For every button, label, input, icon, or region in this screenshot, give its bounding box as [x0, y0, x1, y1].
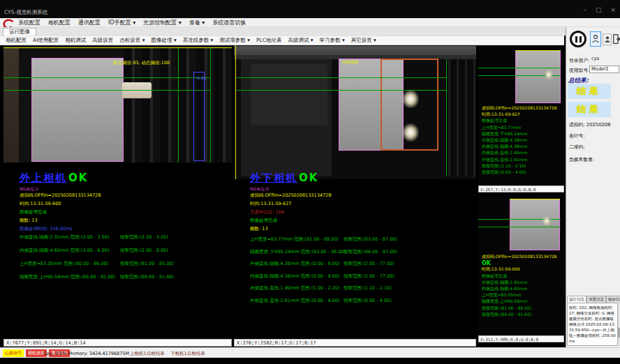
- log-tab-2[interactable]: 错误日志: [606, 296, 620, 303]
- close-icon[interactable]: ×: [610, 6, 616, 13]
- menu-item-5[interactable]: 查看 ▾: [189, 19, 205, 26]
- tab-strip: 运行图像: [0, 27, 620, 36]
- app-window: CYS-视觉检测系统 – □ × 系统配置相机配置通讯配置IO手配置 ▾光源控制…: [0, 0, 620, 364]
- middle-process-done: 图像处理完成: [250, 218, 277, 224]
- result-line: 外侧直线-隔圈:4.38mm: [482, 137, 527, 144]
- middle-turn-count: 圈数: 13: [250, 226, 268, 232]
- overlay-left-line: [235, 45, 236, 179]
- measure-line: [478, 68, 561, 68]
- pause-button[interactable]: [570, 31, 586, 47]
- threshold-overlay: 静态阈值:93, 动态阈值:100: [113, 60, 170, 66]
- result-line: 内侧直线-隔圈:4.38mm: [482, 144, 527, 150]
- middle-camera-result-title: 外下相机OK: [250, 172, 318, 185]
- measurement-row: 外侧直线-隔圈:2.91mm 范围:(2.00 - 3.50)报警范围:(2.2…: [20, 234, 109, 241]
- result-indicator-1: 结果: [568, 84, 611, 99]
- log-tab-1[interactable]: 设置日志: [586, 296, 606, 303]
- left-virtual-code: 虚拟码:OFflin=2025020813313472B: [20, 192, 101, 199]
- measure-line: [478, 227, 561, 227]
- left-turn-count: 圈数: 13: [20, 218, 38, 224]
- bright-spot: [402, 90, 419, 108]
- toolbar-item-5[interactable]: 图像处理 ▾: [152, 37, 177, 44]
- maximize-icon[interactable]: □: [596, 6, 602, 13]
- result-line: 隔圈宽度-下H95.24mm: [482, 131, 528, 137]
- measurement-row: 内侧直线-直线:1.90mm 范围:(1.00 - 2.20)报警范围:(1.1…: [250, 285, 339, 291]
- toolbar-item-2[interactable]: 相机调试: [65, 37, 86, 44]
- window-title: CYS-视觉检测系统: [4, 9, 47, 16]
- ai-box-label: AI检测框: [342, 59, 359, 66]
- user-icon: [591, 33, 600, 45]
- measure-line: [446, 59, 447, 176]
- qr-code-label: 二维码:: [569, 144, 585, 151]
- left-coords-bar: X:7677;Y:891;R:14;G:14;B:14: [3, 339, 232, 347]
- menu-item-4[interactable]: 光源控制配置 ▾: [143, 19, 182, 26]
- virtual-code-value: 虚拟码: 20250208: [569, 121, 610, 128]
- measure-line: [178, 48, 179, 162]
- menu-item-1[interactable]: 相机配置: [48, 19, 71, 26]
- user-switch-button[interactable]: [603, 33, 612, 45]
- result-indicator-2: 结果: [568, 102, 611, 117]
- right-bottom-coords-bar: X:311;Y:980;R:0;G:0;B:0: [478, 335, 564, 342]
- title-bar: CYS-视觉检测系统 – □ ×: [0, 0, 620, 18]
- menu-item-0[interactable]: 系统配置: [18, 19, 40, 26]
- left-process-done: 图像处理完成: [20, 209, 47, 215]
- measurement-row: 内侧直线-隔圈:4.60mm 范围:(3.00 - 6.00)报警范围:(2.0…: [20, 248, 109, 254]
- middle-ng-point: NG点位:0: [250, 186, 269, 192]
- middle-virtual-code: 虚拟码:OFflin=2025020813313472B: [250, 192, 332, 199]
- exit-button[interactable]: [613, 31, 620, 47]
- toolbar-item-7[interactable]: 测试项参数 ▾: [219, 37, 250, 44]
- right-top-coords-bar: X:267;Y:13;R:0;G:0;B:0: [478, 185, 564, 192]
- toolbar-item-9[interactable]: 高级调试 ▾: [288, 37, 313, 44]
- status-badge-0: 心跳信号: [3, 349, 24, 357]
- user-filled-icon: [604, 35, 611, 44]
- result-line: 虚拟码:OFflin=2025020813313472B: [482, 105, 557, 112]
- model-label: 使用型号:: [569, 67, 589, 74]
- measure-line: [237, 77, 446, 78]
- left-time: 时间:13-31-59-600: [20, 201, 61, 207]
- login-user-label: 登录用户:: [569, 57, 589, 64]
- middle-time: 时间:13-31-59-627: [250, 201, 291, 207]
- roi-box-blue: [193, 72, 205, 161]
- left-ng-point: NG点位:1: [20, 186, 38, 192]
- pin-number-label: 卷针号:: [569, 132, 585, 139]
- measurement-row: 内侧直线-隔圈:4.38mm 范围:(0.00 - 9.00)报警范围:(2.0…: [250, 273, 339, 280]
- upper-camera-check-link[interactable]: 上相机1点检结果: [130, 351, 165, 357]
- model-select[interactable]: Model1: [589, 66, 619, 73]
- login-user-button[interactable]: [590, 31, 601, 47]
- toolbar-item-8[interactable]: PLC地址表: [256, 37, 281, 44]
- overlay-line: [515, 50, 561, 51]
- toolbar-item-3[interactable]: 高级设置: [92, 37, 113, 44]
- lower-camera-check-link[interactable]: 下相机1点检结果: [170, 351, 205, 357]
- result-line: 报警范围:(81.00 - 85.00): [482, 305, 531, 312]
- result-line: 图像处理完成: [482, 118, 507, 124]
- left-process-time: 图像处理时间: 256.00ms: [20, 226, 73, 232]
- toolbar-item-10[interactable]: 学习参数 ▾: [320, 37, 345, 44]
- toolbar-item-6[interactable]: 基准线参数 ▾: [183, 37, 214, 44]
- result-line: 内侧直线-直线:1.90mm: [482, 150, 527, 156]
- toolbar-item-4[interactable]: 点检设置 ▾: [119, 37, 145, 44]
- result-line: 时间:13-31-59-600: [482, 266, 520, 273]
- toolbar-item-1[interactable]: AI使用配置: [33, 37, 59, 44]
- bright-spot: [542, 216, 551, 226]
- minimize-icon[interactable]: –: [583, 6, 586, 13]
- measurement-row: 上H宽度=83.05mm 范围:(80.00 - 86.00)报警范围:(81.…: [20, 261, 108, 267]
- tab-run-image[interactable]: 运行图像: [3, 28, 36, 36]
- toolbar-item-0[interactable]: 相机配置: [6, 37, 27, 44]
- result-line: 上H宽度=83.77mm: [482, 125, 521, 131]
- toolbar: 相机配置AI使用配置相机调试高级设置点检设置 ▾图像处理 ▾基准线参数 ▾测试项…: [0, 36, 564, 45]
- menu-item-3[interactable]: IO手配置 ▾: [108, 19, 135, 26]
- log-tab-0[interactable]: 运行日志: [567, 296, 586, 303]
- result-line: 上H宽度=83.05mm: [482, 292, 521, 298]
- bright-spot: [402, 123, 419, 142]
- menu-item-2[interactable]: 通讯配置: [78, 19, 101, 26]
- menu-item-6[interactable]: 系统语言切换: [212, 19, 246, 26]
- menu-bar: 系统配置相机配置通讯配置IO手配置 ▾光源控制配置 ▾查看 ▾系统语言切换: [0, 18, 620, 27]
- log-tab-strip: 运行日志设置日志错误日志: [567, 296, 620, 303]
- inspected-part: [515, 50, 561, 103]
- status-bar: 心跳信号相机连接通讯连接 Cpu: 0.0% Memory: 3424.4179…: [0, 347, 620, 358]
- negative-tab-count-label: 负极耳数量:: [569, 156, 594, 163]
- measurement-row: 外侧直线-直线:2.61mm 范围:(0.60 - 4.00)报警范围:(0.6…: [250, 298, 339, 304]
- scene-machinery: [251, 63, 327, 125]
- toolbar-item-11[interactable]: 其它设置 ▾: [351, 37, 376, 44]
- log-text-area: 耗时: 222, 网络检测耗时: 17, 网络分发耗时: 0, 网络视频分区耗时…: [567, 303, 618, 346]
- scene-top-bar: [234, 46, 476, 55]
